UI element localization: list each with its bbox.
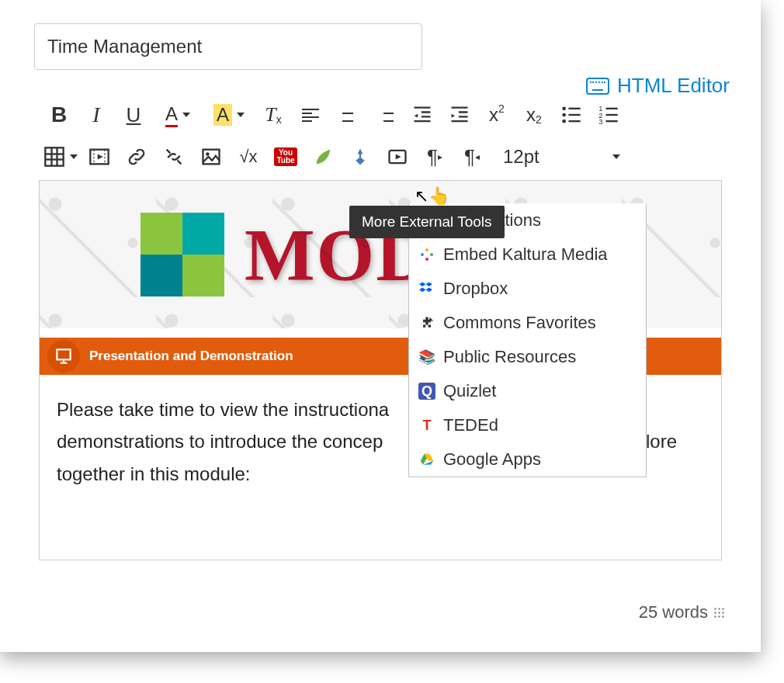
align-right-button[interactable] — [366, 96, 404, 133]
equation-button[interactable]: √x — [230, 138, 267, 175]
svg-point-27 — [425, 248, 428, 251]
svg-point-29 — [425, 258, 428, 261]
clear-formatting-button[interactable]: Tx — [255, 96, 292, 133]
dropdown-item-google-apps[interactable]: Google Apps — [409, 442, 646, 477]
unlink-button[interactable] — [155, 138, 193, 175]
svg-point-4 — [562, 120, 566, 123]
svg-marker-18 — [98, 154, 103, 160]
align-center-button[interactable] — [329, 96, 366, 133]
commons-icon — [418, 314, 435, 331]
external-tools-dropdown: 🗒️ educreations Embed Kaltura Media Drop… — [408, 203, 647, 477]
presentation-icon — [47, 340, 80, 373]
ltr-button[interactable]: ¶▸ — [416, 138, 453, 175]
image-button[interactable] — [193, 138, 230, 175]
svg-rect-12 — [45, 147, 63, 165]
dropdown-label: Embed Kaltura Media — [443, 244, 608, 265]
font-size-select[interactable]: 12pt — [491, 146, 626, 168]
dropdown-label: Quizlet — [443, 381, 496, 401]
svg-point-2 — [562, 113, 566, 117]
puzzle-icon — [140, 213, 224, 296]
numbered-list-button[interactable]: 123 — [590, 96, 627, 133]
dropdown-item-public-resources[interactable]: 📚 Public Resources — [409, 340, 646, 374]
dropdown-label: Commons Favorites — [443, 313, 596, 333]
svg-rect-5 — [569, 120, 581, 122]
svg-point-24 — [206, 152, 210, 156]
teded-icon: T — [418, 417, 435, 434]
leaf-tool-button[interactable] — [304, 138, 342, 175]
tooltip: More External Tools — [349, 206, 505, 238]
title-input[interactable] — [34, 23, 422, 70]
kaltura-icon — [418, 246, 435, 263]
svg-rect-1 — [569, 108, 581, 109]
video-embed-button[interactable] — [379, 138, 416, 175]
resources-icon: 📚 — [418, 348, 435, 366]
dropdown-label: Dropbox — [443, 279, 508, 299]
dropdown-item-quizlet[interactable]: Q Quizlet — [409, 374, 646, 408]
svg-rect-7 — [606, 108, 618, 109]
dropdown-item-teded[interactable]: T TEDEd — [409, 408, 646, 442]
svg-point-0 — [562, 107, 566, 111]
word-count: 25 words — [639, 602, 725, 622]
dropdown-item-dropbox[interactable]: Dropbox — [409, 272, 646, 306]
dropdown-item-kaltura[interactable]: Embed Kaltura Media — [409, 237, 646, 272]
svg-marker-26 — [396, 154, 401, 160]
indent-button[interactable] — [441, 96, 478, 133]
rich-text-toolbar: B I U A A Tx — [40, 96, 730, 175]
youtube-button[interactable]: YouTube — [267, 138, 304, 175]
italic-button[interactable]: I — [78, 96, 115, 133]
text-color-button[interactable]: A — [152, 96, 203, 133]
quizlet-icon: Q — [418, 383, 435, 400]
html-editor-link[interactable]: HTML Editor — [617, 74, 730, 98]
font-size-value: 12pt — [503, 146, 539, 168]
svg-point-30 — [421, 253, 424, 256]
resize-grip-icon[interactable] — [713, 606, 725, 619]
word-count-number: 25 — [639, 602, 657, 622]
dropdown-item-commons[interactable]: Commons Favorites — [409, 306, 646, 340]
word-count-label: words — [662, 602, 708, 622]
external-tools-button[interactable] — [342, 138, 379, 175]
svg-rect-9 — [606, 114, 618, 116]
superscript-button[interactable]: x2 — [478, 96, 515, 133]
highlight-color-button[interactable]: A — [203, 96, 255, 133]
underline-button[interactable]: U — [115, 96, 152, 133]
svg-rect-11 — [606, 120, 618, 122]
dropbox-icon — [418, 280, 435, 297]
svg-line-22 — [178, 161, 182, 165]
dropdown-label: Google Apps — [443, 449, 541, 470]
svg-line-21 — [167, 150, 171, 154]
outdent-button[interactable] — [404, 96, 441, 133]
table-button[interactable] — [40, 138, 81, 175]
keyboard-icon[interactable] — [586, 78, 609, 95]
section-label: Presentation and Demonstration — [89, 348, 293, 364]
link-button[interactable] — [118, 138, 155, 175]
svg-point-28 — [430, 253, 433, 256]
google-drive-icon — [418, 451, 435, 468]
svg-text:3: 3 — [598, 118, 602, 126]
dropdown-label: Public Resources — [443, 347, 576, 367]
bold-button[interactable]: B — [40, 96, 78, 133]
rtl-button[interactable]: ¶◂ — [453, 138, 491, 175]
bullet-list-button[interactable] — [553, 96, 590, 133]
svg-rect-3 — [569, 114, 581, 116]
dropdown-label: TEDEd — [443, 415, 498, 435]
align-left-button[interactable] — [292, 96, 329, 133]
svg-rect-34 — [57, 349, 70, 359]
media-button[interactable] — [81, 138, 118, 175]
subscript-button[interactable]: x2 — [515, 96, 553, 133]
